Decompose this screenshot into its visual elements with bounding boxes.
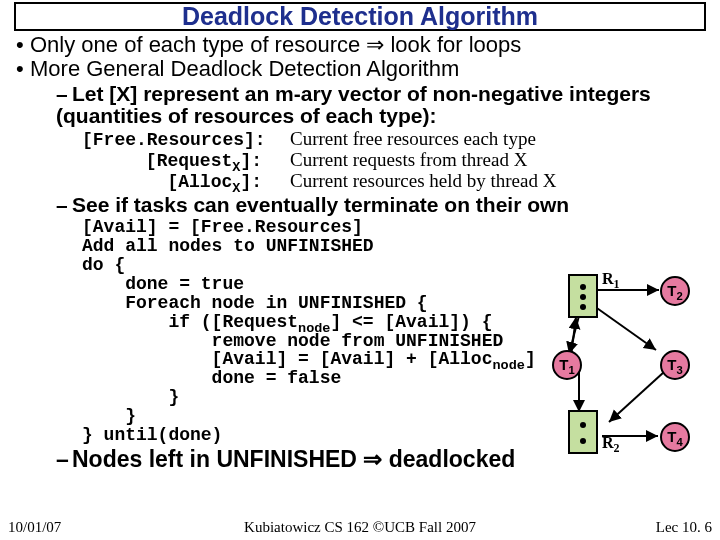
code-ln11: }	[82, 406, 136, 426]
def-desc-1: Current free resources each type	[290, 128, 536, 149]
bullet-1: •Only one of each type of resource ⇒ loo…	[16, 33, 710, 57]
def-label-3a: [Alloc	[167, 172, 232, 192]
bullet-2-text: More General Deadlock Detection Algorith…	[30, 56, 459, 81]
def-label-2b: ]:	[240, 151, 262, 171]
pseudocode: [Avail] = [Free.Resources] Add all nodes…	[82, 218, 710, 445]
def-label-3b: ]:	[240, 172, 262, 192]
code-sub8: node	[492, 358, 524, 373]
footer-lec: Lec 10. 6	[656, 519, 712, 536]
code-ln9: done = false	[82, 368, 341, 388]
dash-1-text: Let [X] represent an m-ary vector of non…	[56, 82, 651, 127]
code-ln12: } until(done)	[82, 425, 222, 445]
dash-3-text: Nodes left in UNFINISHED ⇒ deadlocked	[72, 446, 515, 472]
dash-1: –Let [X] represent an m-ary vector of no…	[56, 83, 710, 127]
code-ln7: remove node from UNFINISHED	[82, 331, 503, 351]
code-ln1: [Avail] = [Free.Resources]	[82, 217, 363, 237]
definitions: [Free.Resources]:Current free resources …	[82, 129, 710, 192]
code-ln6b: ] <= [Avail]) {	[330, 312, 492, 332]
code-ln8b: ]	[525, 349, 536, 369]
def-desc-2: Current requests from thread X	[290, 149, 527, 170]
def-label-1: [Free.Resources]:	[82, 131, 290, 150]
dash-2: –See if tasks can eventually terminate o…	[56, 194, 710, 216]
footer-center: Kubiatowicz CS 162 ©UCB Fall 2007	[0, 519, 720, 536]
code-ln4: done = true	[82, 274, 244, 294]
code-ln2: Add all nodes to UNFINISHED	[82, 236, 374, 256]
code-ln10: }	[82, 387, 179, 407]
def-desc-3: Current resources held by thread X	[290, 170, 556, 191]
bullet-1-text: Only one of each type of resource ⇒ look…	[30, 32, 521, 57]
title-box: Deadlock Detection Algorithm	[14, 2, 706, 31]
bullet-2: •More General Deadlock Detection Algorit…	[16, 57, 710, 81]
code-ln5: Foreach node in UNFINISHED {	[82, 293, 428, 313]
dash-2-text: See if tasks can eventually terminate on…	[72, 193, 569, 216]
code-ln8a: [Avail] = [Avail] + [Alloc	[82, 349, 492, 369]
def-label-2a: [Request	[146, 151, 232, 171]
code-ln6a: if ([Request	[82, 312, 298, 332]
code-ln3: do {	[82, 255, 125, 275]
slide-title: Deadlock Detection Algorithm	[16, 4, 704, 29]
